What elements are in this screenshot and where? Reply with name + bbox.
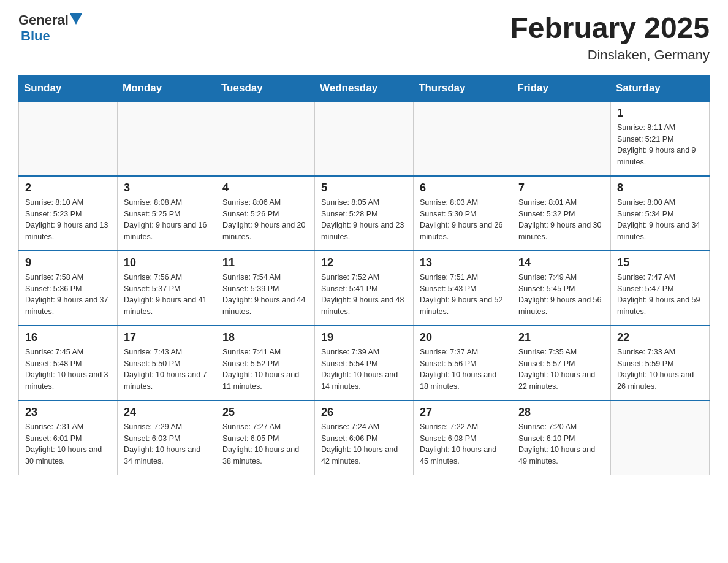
calendar-day-cell: 26Sunrise: 7:24 AM Sunset: 6:06 PM Dayli… <box>315 400 414 475</box>
day-info: Sunrise: 7:39 AM Sunset: 5:54 PM Dayligh… <box>321 347 407 393</box>
calendar-day-cell: 8Sunrise: 8:00 AM Sunset: 5:34 PM Daylig… <box>611 176 710 251</box>
day-number: 18 <box>222 331 308 344</box>
logo-triangle-icon <box>70 13 82 25</box>
day-info: Sunrise: 8:06 AM Sunset: 5:26 PM Dayligh… <box>222 197 308 243</box>
calendar-day-cell: 12Sunrise: 7:52 AM Sunset: 5:41 PM Dayli… <box>315 251 414 326</box>
calendar-day-cell: 21Sunrise: 7:35 AM Sunset: 5:57 PM Dayli… <box>512 326 611 400</box>
day-info: Sunrise: 7:35 AM Sunset: 5:57 PM Dayligh… <box>518 347 604 393</box>
day-number: 14 <box>518 256 604 269</box>
calendar-table: SundayMondayTuesdayWednesdayThursdayFrid… <box>18 75 710 475</box>
day-number: 27 <box>420 406 506 419</box>
weekday-header-saturday: Saturday <box>611 75 710 101</box>
day-number: 8 <box>617 182 703 194</box>
day-info: Sunrise: 7:22 AM Sunset: 6:08 PM Dayligh… <box>420 421 506 467</box>
weekday-header-monday: Monday <box>118 75 216 101</box>
calendar-day-cell: 9Sunrise: 7:58 AM Sunset: 5:36 PM Daylig… <box>19 251 118 326</box>
calendar-day-cell: 17Sunrise: 7:43 AM Sunset: 5:50 PM Dayli… <box>118 326 216 400</box>
weekday-header-sunday: Sunday <box>19 75 118 101</box>
title-section: February 2025 Dinslaken, Germany <box>510 12 710 63</box>
calendar-day-cell <box>611 400 710 475</box>
day-number: 24 <box>124 406 210 419</box>
calendar-day-cell: 24Sunrise: 7:29 AM Sunset: 6:03 PM Dayli… <box>118 400 216 475</box>
day-info: Sunrise: 8:05 AM Sunset: 5:28 PM Dayligh… <box>321 197 407 243</box>
weekday-header-tuesday: Tuesday <box>216 75 315 101</box>
page-header: General Blue February 2025 Dinslaken, Ge… <box>18 12 710 63</box>
weekday-header-friday: Friday <box>512 75 611 101</box>
day-info: Sunrise: 7:51 AM Sunset: 5:43 PM Dayligh… <box>420 272 506 318</box>
day-info: Sunrise: 7:31 AM Sunset: 6:01 PM Dayligh… <box>25 421 111 467</box>
day-number: 4 <box>222 182 308 194</box>
calendar-day-cell: 4Sunrise: 8:06 AM Sunset: 5:26 PM Daylig… <box>216 176 315 251</box>
calendar-day-cell: 7Sunrise: 8:01 AM Sunset: 5:32 PM Daylig… <box>512 176 611 251</box>
day-info: Sunrise: 7:29 AM Sunset: 6:03 PM Dayligh… <box>124 421 210 467</box>
calendar-day-cell <box>414 101 512 176</box>
day-info: Sunrise: 7:49 AM Sunset: 5:45 PM Dayligh… <box>518 272 604 318</box>
day-info: Sunrise: 8:08 AM Sunset: 5:25 PM Dayligh… <box>124 197 210 243</box>
day-number: 23 <box>25 406 111 419</box>
day-info: Sunrise: 7:27 AM Sunset: 6:05 PM Dayligh… <box>222 421 308 467</box>
day-info: Sunrise: 7:52 AM Sunset: 5:41 PM Dayligh… <box>321 272 407 318</box>
day-number: 19 <box>321 331 407 344</box>
calendar-week-row: 9Sunrise: 7:58 AM Sunset: 5:36 PM Daylig… <box>19 251 710 326</box>
day-number: 26 <box>321 406 407 419</box>
month-title: February 2025 <box>510 12 710 45</box>
day-number: 11 <box>222 256 308 269</box>
calendar-week-row: 23Sunrise: 7:31 AM Sunset: 6:01 PM Dayli… <box>19 400 710 475</box>
calendar-day-cell <box>315 101 414 176</box>
day-info: Sunrise: 7:24 AM Sunset: 6:06 PM Dayligh… <box>321 421 407 467</box>
calendar-day-cell: 22Sunrise: 7:33 AM Sunset: 5:59 PM Dayli… <box>611 326 710 400</box>
day-number: 2 <box>25 182 111 194</box>
location-label: Dinslaken, Germany <box>510 47 710 63</box>
day-info: Sunrise: 7:33 AM Sunset: 5:59 PM Dayligh… <box>617 347 703 393</box>
day-number: 5 <box>321 182 407 194</box>
day-number: 6 <box>420 182 506 194</box>
calendar-day-cell: 1Sunrise: 8:11 AM Sunset: 5:21 PM Daylig… <box>611 101 710 176</box>
day-info: Sunrise: 7:41 AM Sunset: 5:52 PM Dayligh… <box>222 347 308 393</box>
day-info: Sunrise: 8:01 AM Sunset: 5:32 PM Dayligh… <box>518 197 604 243</box>
calendar-day-cell: 18Sunrise: 7:41 AM Sunset: 5:52 PM Dayli… <box>216 326 315 400</box>
day-number: 12 <box>321 256 407 269</box>
calendar-day-cell: 3Sunrise: 8:08 AM Sunset: 5:25 PM Daylig… <box>118 176 216 251</box>
day-number: 22 <box>617 331 703 344</box>
day-info: Sunrise: 7:37 AM Sunset: 5:56 PM Dayligh… <box>420 347 506 393</box>
calendar-day-cell: 20Sunrise: 7:37 AM Sunset: 5:56 PM Dayli… <box>414 326 512 400</box>
day-info: Sunrise: 7:54 AM Sunset: 5:39 PM Dayligh… <box>222 272 308 318</box>
weekday-header-row: SundayMondayTuesdayWednesdayThursdayFrid… <box>19 75 710 101</box>
calendar-day-cell <box>118 101 216 176</box>
calendar-day-cell: 23Sunrise: 7:31 AM Sunset: 6:01 PM Dayli… <box>19 400 118 475</box>
calendar-day-cell: 10Sunrise: 7:56 AM Sunset: 5:37 PM Dayli… <box>118 251 216 326</box>
calendar-day-cell <box>512 101 611 176</box>
day-number: 21 <box>518 331 604 344</box>
day-number: 16 <box>25 331 111 344</box>
calendar-day-cell: 19Sunrise: 7:39 AM Sunset: 5:54 PM Dayli… <box>315 326 414 400</box>
day-number: 13 <box>420 256 506 269</box>
day-number: 15 <box>617 256 703 269</box>
day-info: Sunrise: 7:58 AM Sunset: 5:36 PM Dayligh… <box>25 272 111 318</box>
weekday-header-wednesday: Wednesday <box>315 75 414 101</box>
calendar-day-cell: 14Sunrise: 7:49 AM Sunset: 5:45 PM Dayli… <box>512 251 611 326</box>
day-info: Sunrise: 8:03 AM Sunset: 5:30 PM Dayligh… <box>420 197 506 243</box>
day-number: 28 <box>518 406 604 419</box>
logo-general-text: General <box>18 12 69 28</box>
calendar-week-row: 16Sunrise: 7:45 AM Sunset: 5:48 PM Dayli… <box>19 326 710 400</box>
day-info: Sunrise: 8:11 AM Sunset: 5:21 PM Dayligh… <box>617 122 703 168</box>
calendar-day-cell: 5Sunrise: 8:05 AM Sunset: 5:28 PM Daylig… <box>315 176 414 251</box>
day-number: 1 <box>617 107 703 120</box>
day-info: Sunrise: 8:10 AM Sunset: 5:23 PM Dayligh… <box>25 197 111 243</box>
calendar-week-row: 2Sunrise: 8:10 AM Sunset: 5:23 PM Daylig… <box>19 176 710 251</box>
calendar-day-cell: 13Sunrise: 7:51 AM Sunset: 5:43 PM Dayli… <box>414 251 512 326</box>
day-info: Sunrise: 7:43 AM Sunset: 5:50 PM Dayligh… <box>124 347 210 393</box>
weekday-header-thursday: Thursday <box>414 75 512 101</box>
day-number: 10 <box>124 256 210 269</box>
calendar-day-cell: 16Sunrise: 7:45 AM Sunset: 5:48 PM Dayli… <box>19 326 118 400</box>
calendar-day-cell: 11Sunrise: 7:54 AM Sunset: 5:39 PM Dayli… <box>216 251 315 326</box>
calendar-day-cell: 25Sunrise: 7:27 AM Sunset: 6:05 PM Dayli… <box>216 400 315 475</box>
day-number: 20 <box>420 331 506 344</box>
logo-blue-text: Blue <box>18 28 50 44</box>
day-info: Sunrise: 8:00 AM Sunset: 5:34 PM Dayligh… <box>617 197 703 243</box>
day-info: Sunrise: 7:20 AM Sunset: 6:10 PM Dayligh… <box>518 421 604 467</box>
calendar-day-cell: 15Sunrise: 7:47 AM Sunset: 5:47 PM Dayli… <box>611 251 710 326</box>
day-number: 25 <box>222 406 308 419</box>
calendar-day-cell <box>216 101 315 176</box>
day-info: Sunrise: 7:45 AM Sunset: 5:48 PM Dayligh… <box>25 347 111 393</box>
